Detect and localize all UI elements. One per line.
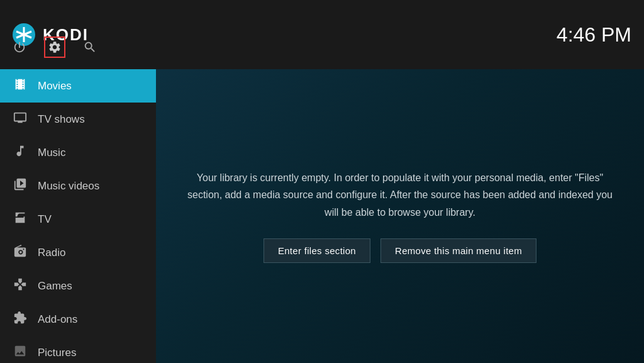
musicvideos-icon [13,177,28,194]
sidebar-item-tvshows[interactable]: TV shows [0,103,156,136]
content-buttons: Enter files section Remove this main men… [264,238,536,263]
sidebar-item-addons[interactable]: Add-ons [0,303,156,336]
sidebar-item-tvshows-label: TV shows [38,113,85,126]
movies-icon [13,77,28,94]
sidebar-item-radio-label: Radio [38,247,65,259]
sidebar-item-music[interactable]: Music [0,136,156,169]
pictures-icon [13,344,28,361]
content-area: Your library is currently empty. In orde… [156,69,644,363]
search-icon[interactable] [83,40,97,54]
sidebar-item-games-label: Games [38,280,72,293]
library-empty-message: Your library is currently empty. In orde… [181,169,619,221]
sidebar-item-tv[interactable]: TV [0,203,156,236]
sidebar-item-movies[interactable]: Movies [0,69,156,103]
settings-icon[interactable] [44,36,65,58]
header: KODI 4:46 PM [0,0,644,69]
sidebar: Movies TV shows Music [0,69,156,363]
sidebar-item-pictures[interactable]: Pictures [0,336,156,363]
enter-files-section-button[interactable]: Enter files section [264,238,370,263]
remove-main-menu-item-button[interactable]: Remove this main menu item [380,238,536,263]
games-icon [13,277,28,294]
sidebar-item-games[interactable]: Games [0,269,156,303]
addons-icon [13,311,28,328]
music-icon [13,144,28,161]
tvshows-icon [13,111,28,128]
tv-icon [13,211,28,228]
sidebar-item-musicvideos-label: Music videos [38,180,99,193]
radio-icon [13,244,28,261]
power-icon[interactable] [13,40,26,54]
sidebar-item-radio[interactable]: Radio [0,236,156,269]
sidebar-item-pictures-label: Pictures [38,347,76,359]
clock: 4:46 PM [557,23,631,47]
main-area: Movies TV shows Music [0,69,644,363]
sidebar-item-addons-label: Add-ons [38,313,77,326]
sidebar-item-music-label: Music [38,147,65,159]
sidebar-item-tv-label: TV [38,213,52,226]
sidebar-item-musicvideos[interactable]: Music videos [0,169,156,203]
sidebar-item-movies-label: Movies [38,80,72,92]
